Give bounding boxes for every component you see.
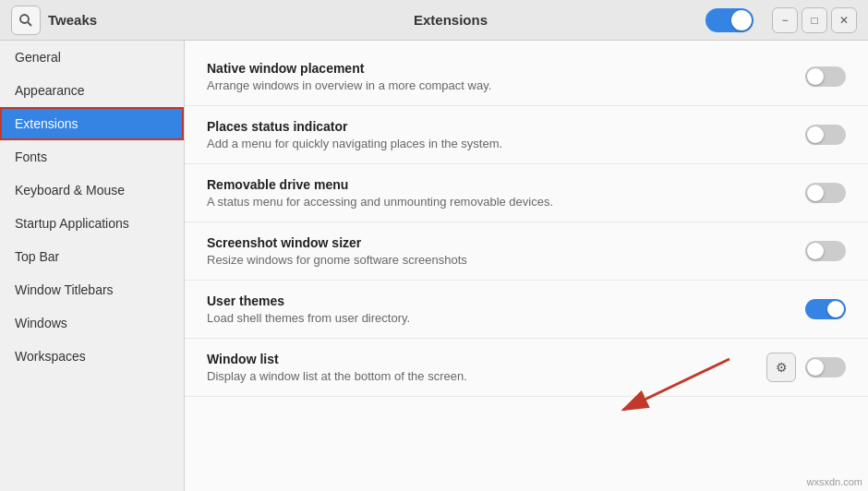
extension-controls-native-window-placement [805,66,846,87]
close-button[interactable]: ✕ [831,7,857,33]
search-button[interactable] [11,6,41,35]
extension-desc-user-themes: Load shell themes from user directory. [207,311,794,325]
extension-controls-screenshot-window-sizer [805,241,846,261]
extension-desc-window-list: Display a window list at the bottom of t… [207,369,755,383]
extension-item-native-window-placement: Native window placementArrange windows i… [185,48,868,106]
extension-wrapper-native-window-placement: Native window placementArrange windows i… [185,48,868,106]
sidebar: GeneralAppearanceExtensionsFontsKeyboard… [0,41,185,491]
extension-wrapper-screenshot-window-sizer: Screenshot window sizerResize windows fo… [185,222,868,281]
extension-wrapper-window-list: Window listDisplay a window list at the … [185,339,868,397]
titlebar-center: Extensions [196,12,705,28]
minimize-button[interactable]: − [772,7,798,33]
sidebar-item-top-bar[interactable]: Top Bar [0,240,184,273]
extension-info-removable-drive-menu: Removable drive menuA status menu for ac… [207,177,794,209]
extension-item-screenshot-window-sizer: Screenshot window sizerResize windows fo… [185,222,868,281]
sidebar-item-window-titlebars[interactable]: Window Titlebars [0,273,184,306]
titlebar-right: − □ ✕ [705,7,857,33]
extension-item-removable-drive-menu: Removable drive menuA status menu for ac… [185,164,868,222]
toggle-places-status-indicator[interactable] [805,125,846,145]
extension-name-window-list: Window list [207,352,755,366]
extension-wrapper-user-themes: User themesLoad shell themes from user d… [185,281,868,339]
extension-item-user-themes: User themesLoad shell themes from user d… [185,281,868,339]
sidebar-item-workspaces[interactable]: Workspaces [0,340,184,373]
extension-controls-window-list: ⚙ [766,353,846,382]
extension-name-screenshot-window-sizer: Screenshot window sizer [207,235,794,250]
sidebar-item-windows[interactable]: Windows [0,306,184,340]
gear-button-window-list[interactable]: ⚙ [766,353,796,382]
svg-point-0 [20,15,29,23]
toggle-screenshot-window-sizer[interactable] [805,241,846,261]
sidebar-item-keyboard-mouse[interactable]: Keyboard & Mouse [0,174,184,207]
svg-line-1 [28,22,31,26]
extension-name-native-window-placement: Native window placement [207,61,794,76]
sidebar-item-appearance[interactable]: Appearance [0,74,184,107]
sidebar-item-startup-applications[interactable]: Startup Applications [0,207,184,240]
app-title: Tweaks [48,12,97,28]
extension-controls-user-themes [805,299,846,319]
extension-wrapper-places-status-indicator: Places status indicatorAdd a menu for qu… [185,106,868,164]
extension-info-screenshot-window-sizer: Screenshot window sizerResize windows fo… [207,235,794,267]
extension-item-places-status-indicator: Places status indicatorAdd a menu for qu… [185,106,868,164]
extension-info-places-status-indicator: Places status indicatorAdd a menu for qu… [207,119,794,150]
titlebar: Tweaks Extensions − □ ✕ [0,0,868,41]
sidebar-item-fonts[interactable]: Fonts [0,140,184,174]
extension-desc-screenshot-window-sizer: Resize windows for gnome software screen… [207,253,794,267]
toggle-removable-drive-menu[interactable] [805,183,846,203]
extension-info-user-themes: User themesLoad shell themes from user d… [207,293,794,325]
search-icon [18,13,33,28]
extensions-content: Native window placementArrange windows i… [185,41,868,491]
sidebar-item-extensions[interactable]: Extensions [0,107,184,140]
extension-desc-removable-drive-menu: A status menu for accessing and unmounti… [207,195,794,209]
toggle-native-window-placement[interactable] [805,66,846,87]
titlebar-left: Tweaks [11,6,196,35]
extension-name-removable-drive-menu: Removable drive menu [207,177,794,192]
page-title: Extensions [414,12,488,28]
extension-info-window-list: Window listDisplay a window list at the … [207,352,755,383]
toggle-window-list[interactable] [805,357,846,377]
extension-controls-places-status-indicator [805,125,846,145]
extension-desc-places-status-indicator: Add a menu for quickly navigating places… [207,137,794,150]
maximize-button[interactable]: □ [802,7,827,33]
window-controls: − □ ✕ [772,7,857,33]
extension-name-user-themes: User themes [207,293,794,308]
watermark: wxsxdn.com [806,476,862,487]
extension-name-places-status-indicator: Places status indicator [207,119,794,134]
sidebar-item-general[interactable]: General [0,41,184,74]
extension-controls-removable-drive-menu [805,183,846,203]
extension-item-window-list: Window listDisplay a window list at the … [185,339,868,397]
toggle-user-themes[interactable] [805,299,846,319]
extension-desc-native-window-placement: Arrange windows in overview in a more co… [207,78,794,92]
extensions-master-toggle[interactable] [705,8,753,32]
main-layout: GeneralAppearanceExtensionsFontsKeyboard… [0,41,868,491]
extension-info-native-window-placement: Native window placementArrange windows i… [207,61,794,92]
extension-wrapper-removable-drive-menu: Removable drive menuA status menu for ac… [185,164,868,222]
